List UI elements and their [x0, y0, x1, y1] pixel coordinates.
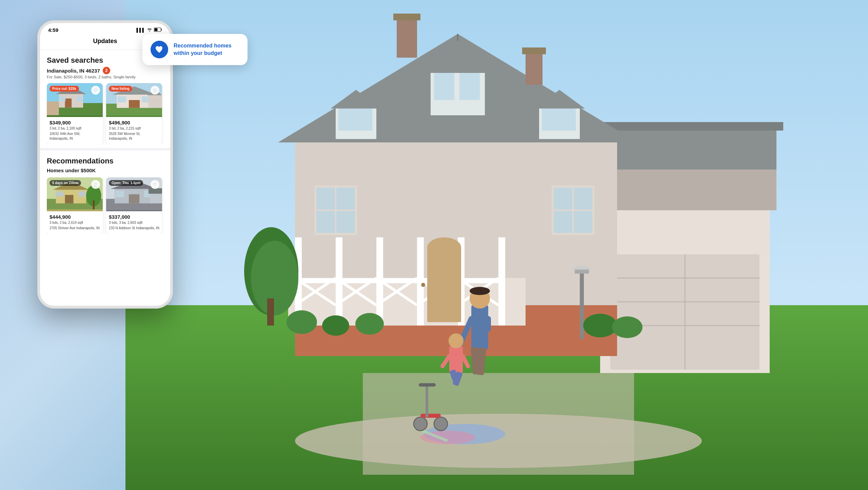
- svg-point-91: [583, 314, 617, 337]
- svg-marker-13: [587, 122, 783, 131]
- svg-rect-88: [580, 271, 584, 339]
- svg-point-80: [434, 417, 448, 431]
- notification-icon: [151, 41, 168, 58]
- rec-card-details-2: 3 bds, 3 ba, 2,603 sqft: [109, 220, 159, 225]
- rec-card-price-2: $337,000: [109, 214, 159, 220]
- rec-subtitle: Homes under $500K: [47, 168, 163, 173]
- recommendations-title: Recommendations: [47, 157, 163, 165]
- svg-rect-84: [397, 17, 417, 58]
- price-cut-tag: Price cut: $25k: [50, 86, 79, 92]
- svg-rect-118: [79, 191, 85, 197]
- card-price-1: $349,900: [50, 120, 100, 125]
- property-card-1[interactable]: Price cut: $25k ♡ $349,900 3 bd, 2 ba, 2…: [47, 83, 103, 144]
- card-image-2: New listing ♡: [106, 83, 162, 117]
- rec-card-price-1: $444,900: [50, 214, 100, 220]
- app-header-title: Updates: [93, 38, 117, 44]
- svg-rect-90: [575, 270, 589, 274]
- svg-rect-35: [293, 278, 505, 283]
- svg-rect-86: [526, 51, 542, 85]
- rec-card-address-2: 233 N Addison St Indianapolis, IN: [109, 226, 159, 231]
- card-price-2: $496,900: [109, 120, 159, 125]
- svg-rect-85: [393, 14, 420, 20]
- svg-rect-20: [434, 73, 454, 100]
- svg-rect-87: [522, 47, 546, 54]
- svg-rect-101: [76, 96, 82, 101]
- rec-card-1[interactable]: 5 days on Zillow ♡ $444,900 3 bds, 2 ba,…: [47, 177, 103, 234]
- status-time: 4:59: [48, 27, 58, 33]
- svg-rect-126: [115, 191, 124, 197]
- svg-point-71: [449, 333, 463, 348]
- recommendations-section: Recommendations Homes under $500K: [40, 151, 170, 237]
- days-on-zillow-tag: 5 days on Zillow: [50, 180, 81, 186]
- svg-rect-82: [426, 383, 428, 417]
- property-card-2[interactable]: New listing ♡ $496,900 3 bd, 2 ba, 2,215…: [106, 83, 162, 144]
- svg-rect-116: [65, 195, 74, 203]
- notification-badge: 2: [103, 67, 110, 74]
- svg-rect-128: [150, 193, 162, 203]
- svg-rect-110: [149, 94, 162, 108]
- card-address-1: 10032 44th Ave SW, Indianapolis, IN: [50, 132, 100, 141]
- battery-icon: [154, 27, 162, 33]
- svg-rect-59: [267, 298, 274, 326]
- search-subtitle: For Sale, $250-$500, 3 beds, 2 baths, Si…: [47, 75, 163, 79]
- svg-rect-120: [93, 200, 95, 210]
- search-location: Indianapolis, IN 46237 2: [47, 67, 163, 74]
- svg-rect-54: [427, 248, 461, 322]
- svg-point-60: [287, 310, 317, 334]
- svg-point-69: [470, 287, 490, 295]
- svg-point-58: [251, 241, 298, 315]
- notification-text: Recommended homes within your budget: [174, 42, 239, 57]
- svg-point-56: [421, 283, 425, 287]
- svg-point-92: [612, 316, 643, 338]
- rec-card-address-1: 2705 Shriver Ave Indianapolis, IN: [50, 226, 100, 231]
- svg-rect-27: [542, 109, 576, 131]
- svg-rect-117: [57, 191, 63, 197]
- status-bar: 4:59 ▌▌▌: [40, 23, 170, 35]
- svg-rect-6: [600, 170, 776, 210]
- svg-rect-4: [363, 373, 634, 475]
- heart-button-3[interactable]: ♡: [91, 180, 100, 189]
- card-details-1: 3 bd, 2 ba, 2,100 sqft: [50, 126, 100, 131]
- svg-rect-125: [129, 194, 139, 203]
- signal-icon: ▌▌▌: [136, 28, 145, 33]
- svg-rect-83: [419, 383, 436, 387]
- svg-rect-107: [129, 100, 140, 108]
- rec-card-image-1: 5 days on Zillow ♡: [47, 177, 103, 211]
- card-details-2: 3 bd, 2 ba, 2,215 sqft: [109, 126, 159, 131]
- svg-marker-129: [149, 188, 162, 194]
- wifi-icon: [147, 27, 152, 33]
- rec-card-details-1: 3 bds, 2 ba, 2,614 sqft: [50, 220, 100, 225]
- rec-card-image-2: Open: Thu. 1-5pm ♡: [106, 177, 162, 211]
- svg-rect-94: [155, 28, 158, 31]
- svg-rect-24: [338, 109, 372, 131]
- svg-point-62: [355, 313, 384, 335]
- status-icons: ▌▌▌: [136, 27, 162, 33]
- section-divider: [40, 148, 170, 151]
- svg-rect-70: [449, 346, 463, 373]
- new-listing-tag: New listing: [109, 86, 132, 92]
- svg-rect-100: [59, 96, 65, 101]
- svg-rect-21: [459, 73, 480, 100]
- svg-point-61: [322, 315, 349, 336]
- heart-icon: [155, 45, 164, 54]
- svg-rect-102: [47, 101, 59, 115]
- card-address-2: 3528 SW Monroe St, Indianapolis, IN: [109, 132, 159, 141]
- open-house-tag: Open: Thu. 1-5pm: [109, 180, 143, 186]
- rec-card-2[interactable]: Open: Thu. 1-5pm ♡ $337,000 3 bds, 3 ba,…: [106, 177, 162, 234]
- recommendation-cards: 5 days on Zillow ♡ $444,900 3 bds, 2 ba,…: [47, 177, 163, 234]
- svg-rect-108: [118, 96, 126, 102]
- svg-point-55: [427, 237, 461, 258]
- svg-rect-81: [420, 414, 441, 418]
- saved-search-cards: Price cut: $25k ♡ $349,900 3 bd, 2 ba, 2…: [47, 83, 163, 144]
- svg-rect-99: [65, 99, 72, 108]
- house-scene-svg: [125, 0, 868, 490]
- heart-button-1[interactable]: ♡: [91, 86, 100, 95]
- svg-point-79: [414, 417, 427, 431]
- card-image-1: Price cut: $25k ♡: [47, 83, 103, 117]
- phone-content[interactable]: Saved searches Indianapolis, IN 46237 2 …: [40, 50, 170, 306]
- notification-bubble: Recommended homes within your budget: [142, 34, 248, 65]
